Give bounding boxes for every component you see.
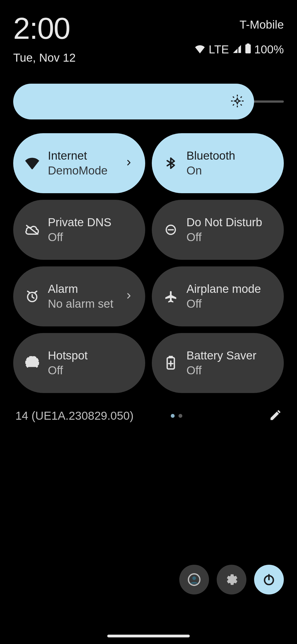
nav-gesture-handle[interactable] <box>107 635 190 637</box>
svg-line-9 <box>241 97 242 98</box>
svg-line-7 <box>241 104 242 105</box>
svg-rect-0 <box>245 44 251 53</box>
tile-hotspot[interactable]: Hotspot Off <box>13 333 145 393</box>
battery-percent-label: 100% <box>254 43 284 56</box>
page-indicator[interactable] <box>90 414 263 418</box>
battery-saver-icon <box>163 356 178 370</box>
page-dot <box>171 414 175 418</box>
edit-tiles-button[interactable] <box>269 409 282 423</box>
settings-button[interactable] <box>217 565 246 594</box>
chevron-right-icon[interactable] <box>125 159 133 168</box>
svg-line-8 <box>233 104 234 105</box>
tile-subtitle: No alarm set <box>48 297 134 311</box>
tile-title: Internet <box>48 149 134 163</box>
tile-title: Do Not Disturb <box>186 215 272 229</box>
qs-header: 2:00 Tue, Nov 12 T-Mobile LTE 100% <box>13 13 284 64</box>
tile-title: Bluetooth <box>186 149 272 163</box>
clock-time: 2:00 <box>13 13 76 43</box>
tile-subtitle: Off <box>48 230 134 244</box>
tile-subtitle: Off <box>48 364 134 377</box>
tile-subtitle: On <box>186 164 272 178</box>
airplane-icon <box>163 290 178 303</box>
tile-subtitle: DemoMode <box>48 164 134 178</box>
wifi-icon <box>25 157 40 169</box>
svg-rect-1 <box>247 43 249 45</box>
svg-rect-18 <box>169 356 173 358</box>
tile-private-dns[interactable]: Private DNS Off <box>13 200 145 260</box>
dnd-icon <box>163 224 178 236</box>
power-menu-button[interactable] <box>254 565 284 594</box>
svg-line-14 <box>28 291 29 292</box>
tile-alarm[interactable]: Alarm No alarm set <box>13 266 145 326</box>
brightness-slider[interactable] <box>13 84 284 119</box>
signal-strength-icon <box>232 43 242 56</box>
user-switch-button[interactable] <box>179 565 209 594</box>
svg-point-22 <box>192 576 196 580</box>
svg-line-6 <box>233 97 234 98</box>
chevron-right-icon[interactable] <box>125 292 133 301</box>
battery-icon <box>245 43 251 56</box>
network-type-label: LTE <box>209 43 229 56</box>
carrier-label: T-Mobile <box>240 18 284 31</box>
bluetooth-icon <box>163 155 178 171</box>
tile-title: Private DNS <box>48 215 134 229</box>
tile-title: Hotspot <box>48 349 134 362</box>
tile-title: Airplane mode <box>186 282 272 296</box>
tile-title: Battery Saver <box>186 349 272 362</box>
tile-internet[interactable]: Internet DemoMode <box>13 133 145 193</box>
tile-bluetooth[interactable]: Bluetooth On <box>152 133 284 193</box>
alarm-icon <box>25 290 40 303</box>
hotspot-icon <box>25 356 40 370</box>
tile-airplane[interactable]: Airplane mode Off <box>152 266 284 326</box>
page-dot <box>178 414 182 418</box>
brightness-icon <box>230 94 244 109</box>
tile-battery-saver[interactable]: Battery Saver Off <box>152 333 284 393</box>
cloud-off-icon <box>25 224 40 236</box>
clock-date: Tue, Nov 12 <box>13 51 76 64</box>
tile-dnd[interactable]: Do Not Disturb Off <box>152 200 284 260</box>
tile-subtitle: Off <box>186 364 272 377</box>
tile-subtitle: Off <box>186 297 272 311</box>
status-icons: LTE 100% <box>194 43 284 56</box>
tile-subtitle: Off <box>186 230 272 244</box>
wifi-status-icon <box>194 43 205 56</box>
qs-footer-actions <box>179 565 284 594</box>
svg-line-15 <box>35 291 37 292</box>
tile-title: Alarm <box>48 282 134 296</box>
qs-tile-grid: Internet DemoMode Bluetooth On Private D… <box>13 133 284 393</box>
